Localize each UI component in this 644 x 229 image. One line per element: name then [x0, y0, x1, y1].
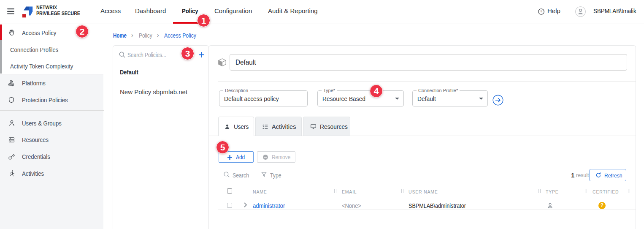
svg-text:?: ? [540, 9, 542, 14]
